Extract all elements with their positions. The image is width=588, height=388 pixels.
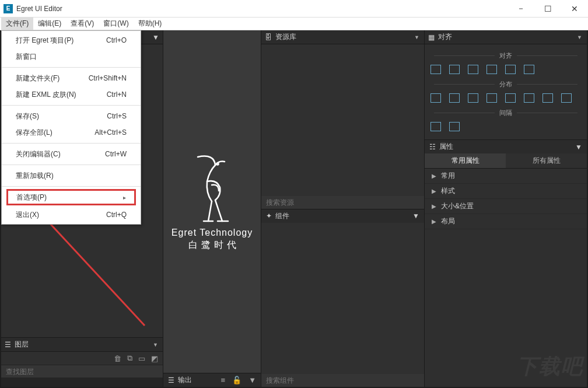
tab-all-properties[interactable]: 所有属性 (506, 153, 587, 169)
menu-view[interactable]: 查看(V) (66, 18, 99, 30)
database-icon: 🗄 (265, 33, 272, 41)
submenu-arrow-icon: ▸ (123, 194, 126, 201)
file-menu-dropdown: 打开 Egret 项目(P)Ctrl+O 新窗口 新建文件夹(F)Ctrl+Sh… (1, 30, 141, 225)
align-top-icon[interactable] (487, 65, 497, 74)
copy-icon[interactable]: ⧉ (127, 354, 132, 363)
menu-open-project[interactable]: 打开 Egret 项目(P)Ctrl+O (2, 32, 141, 48)
distribute-4-icon[interactable] (487, 93, 497, 103)
maximize-button[interactable]: ☐ (534, 0, 561, 17)
filter-icon[interactable]: ≡ (221, 376, 226, 384)
logo-text-line2: 白鹭时代 (172, 239, 253, 251)
accordion-layout[interactable]: ▶布局 (425, 214, 587, 229)
menu-preferences[interactable]: 首选项(P)▸ (6, 189, 136, 205)
properties-title: 属性 (439, 142, 453, 152)
accordion-style[interactable]: ▶样式 (425, 184, 587, 199)
align-center-h-icon[interactable] (449, 65, 460, 74)
align-bottom-icon[interactable] (524, 65, 534, 74)
spacing-section: 间隔 (429, 109, 582, 117)
align-section: 对齐 (429, 51, 582, 60)
resource-search-input[interactable] (266, 198, 419, 207)
menu-new-exml-skin[interactable]: 新建 EXML 皮肤(N)Ctrl+N (2, 86, 141, 103)
watermark: 下载吧 (517, 352, 583, 381)
align-title: 对齐 (438, 32, 452, 42)
layers-panel: ☰图层 ▼ 🗑 ⧉ ▭ ◩ (1, 337, 163, 387)
chevron-down-icon[interactable]: ▼ (152, 33, 159, 41)
center-column: Egret Technology 白鹭时代 ☰ 输出 ≡ 🔓 ▼ (163, 30, 261, 387)
logo-text-line1: Egret Technology (172, 228, 253, 238)
chevron-down-icon[interactable]: ▼ (575, 143, 582, 151)
accordion-common[interactable]: ▶常用 (425, 169, 587, 184)
minimize-button[interactable]: － (508, 0, 534, 17)
components-title: 组件 (275, 211, 289, 221)
egret-bird-icon (186, 152, 239, 222)
menu-edit[interactable]: 编辑(E) (33, 18, 66, 30)
align-body: 对齐 分布 间隔 (425, 44, 587, 139)
menu-save[interactable]: 保存(S)Ctrl+S (2, 108, 141, 124)
align-left-icon[interactable] (430, 65, 441, 74)
menubar: 文件(F) 编辑(E) 查看(V) 窗口(W) 帮助(H) (0, 18, 588, 30)
puzzle-icon: ✦ (266, 212, 272, 220)
layers-search-input[interactable] (6, 368, 158, 376)
canvas-area: Egret Technology 白鹭时代 (163, 30, 261, 373)
chevron-down-icon[interactable]: ▼ (249, 376, 256, 384)
group-icon[interactable]: ▭ (138, 354, 145, 363)
output-icon: ☰ (168, 376, 174, 384)
lock-icon[interactable]: 🔓 (232, 376, 242, 384)
trash-icon[interactable]: 🗑 (114, 354, 121, 363)
chevron-down-icon[interactable]: ▼ (413, 34, 421, 40)
properties-icon: ☷ (429, 143, 436, 151)
distribute-section: 分布 (429, 80, 582, 89)
menu-help[interactable]: 帮助(H) (134, 18, 167, 30)
app-icon: E (4, 4, 13, 13)
chevron-down-icon[interactable]: ▼ (412, 212, 419, 220)
menu-new-window[interactable]: 新窗口 (2, 48, 141, 65)
right-column: ▦对齐 ▼ 对齐 分布 (425, 30, 587, 387)
properties-accordion: ▶常用 ▶样式 ▶大小&位置 ▶布局 (425, 169, 587, 229)
distribute-8-icon[interactable] (561, 93, 572, 103)
menu-save-all[interactable]: 保存全部(L)Alt+Ctrl+S (2, 124, 141, 141)
align-panel-icon: ▦ (428, 33, 435, 41)
tab-common-properties[interactable]: 常用属性 (425, 153, 506, 169)
menu-exit[interactable]: 退出(X)Ctrl+Q (2, 207, 141, 223)
menu-reload[interactable]: 重新加载(R) (2, 167, 141, 184)
align-center-v-icon[interactable] (505, 65, 516, 74)
accordion-size-position[interactable]: ▶大小&位置 (425, 199, 587, 214)
menu-close-editor[interactable]: 关闭编辑器(C)Ctrl+W (2, 146, 141, 162)
distribute-7-icon[interactable] (542, 93, 553, 103)
resource-body (261, 44, 424, 196)
distribute-2-icon[interactable] (449, 93, 460, 103)
titlebar: E Egret UI Editor － ☐ ✕ (0, 0, 588, 18)
components-search-input[interactable] (266, 376, 419, 384)
chevron-down-icon[interactable]: ▼ (576, 34, 583, 40)
output-panel-header: ☰ 输出 ≡ 🔓 ▼ (163, 373, 261, 387)
chevron-down-icon[interactable]: ▼ (152, 342, 159, 348)
output-title: 输出 (178, 375, 192, 385)
layers-icon: ☰ (5, 341, 11, 349)
close-button[interactable]: ✕ (561, 0, 588, 17)
egret-logo: Egret Technology 白鹭时代 (172, 152, 253, 251)
layers-title: 图层 (15, 340, 29, 349)
align-right-icon[interactable] (468, 65, 478, 74)
distribute-6-icon[interactable] (524, 93, 534, 103)
spacing-h-icon[interactable] (430, 122, 441, 131)
components-body (261, 223, 424, 375)
window-title: Egret UI Editor (16, 5, 62, 13)
menu-window[interactable]: 窗口(W) (99, 18, 133, 30)
menu-new-folder[interactable]: 新建文件夹(F)Ctrl+Shift+N (2, 70, 141, 86)
distribute-5-icon[interactable] (505, 93, 516, 103)
resource-column: 🗄资源库 ▼ ✦ 组件 ▼ (261, 30, 425, 387)
resource-title: 资源库 (275, 32, 296, 42)
distribute-1-icon[interactable] (430, 93, 441, 103)
menu-file[interactable]: 文件(F) (1, 18, 33, 30)
distribute-3-icon[interactable] (468, 93, 478, 103)
ungroup-icon[interactable]: ◩ (151, 354, 158, 363)
spacing-v-icon[interactable] (449, 122, 460, 131)
svg-point-0 (216, 163, 218, 165)
